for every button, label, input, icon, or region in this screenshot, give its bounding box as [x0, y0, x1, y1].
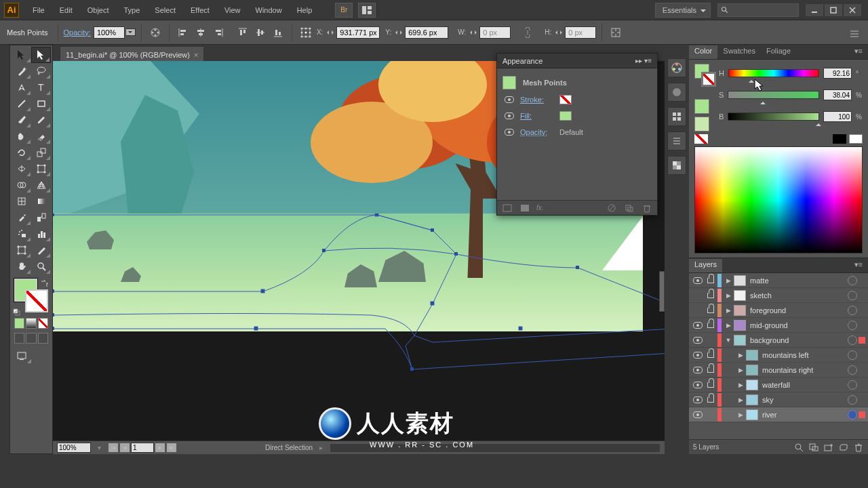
appearance-panel[interactable]: Appearance ▸▸ ▾≡ Mesh Points Stroke: Fil…	[496, 53, 658, 216]
none-color-chip[interactable]	[694, 134, 708, 144]
layer-name-label[interactable]: sketch	[747, 291, 846, 300]
layer-expand-toggle[interactable]: ▶	[724, 292, 732, 299]
layer-name-label[interactable]: foreground	[747, 306, 846, 314]
layer-visibility-toggle[interactable]	[692, 277, 704, 284]
menu-object[interactable]: Object	[81, 3, 116, 17]
layer-name-label[interactable]: mountains right	[760, 366, 846, 374]
zoom-tool[interactable]	[31, 258, 51, 274]
hue-slider[interactable]	[728, 69, 819, 77]
align-right-icon[interactable]	[210, 25, 226, 40]
gradient-tool[interactable]	[31, 193, 51, 209]
window-minimize-button[interactable]	[806, 4, 823, 16]
layer-name-label[interactable]: mid-ground	[747, 321, 846, 329]
paintbrush-tool[interactable]	[12, 112, 31, 128]
type-tool[interactable]: T	[31, 79, 51, 96]
appearance-opacity-link[interactable]: Opacity:	[520, 128, 554, 136]
layer-lock-toggle[interactable]	[705, 293, 716, 298]
eraser-tool[interactable]	[31, 128, 51, 144]
dock-color-guide-icon[interactable]	[667, 58, 686, 77]
layer-expand-toggle[interactable]: ▶	[724, 277, 732, 284]
layer-row[interactable]: ▶mid-ground	[689, 318, 868, 333]
menu-select[interactable]: Select	[148, 3, 182, 17]
document-tab[interactable]: 11_begin.ai* @ 100% (RGB/Preview) ×	[60, 46, 204, 61]
layer-target-icon[interactable]	[848, 321, 857, 330]
make-clipping-mask-icon[interactable]	[808, 443, 819, 452]
color-proxy-2[interactable]	[694, 117, 709, 131]
arrange-documents-icon[interactable]	[358, 3, 376, 18]
rectangle-tool[interactable]	[31, 96, 51, 112]
link-wh-icon[interactable]	[519, 25, 535, 40]
layer-expand-toggle[interactable]: ▶	[736, 352, 745, 359]
layer-expand-toggle[interactable]: ▶	[736, 411, 745, 418]
dock-stroke-icon[interactable]	[667, 131, 686, 150]
artboard-number-input[interactable]	[131, 443, 154, 453]
w-scrubber-icon[interactable]	[469, 25, 478, 40]
free-transform-tool[interactable]	[31, 161, 51, 177]
rotate-tool[interactable]	[12, 144, 31, 161]
clear-appearance-icon[interactable]	[606, 203, 618, 213]
black-chip[interactable]	[833, 134, 846, 144]
layer-target-icon[interactable]	[848, 336, 857, 345]
align-center-v-icon[interactable]	[252, 25, 269, 40]
sat-slider[interactable]	[728, 91, 819, 99]
y-scrubber-icon[interactable]	[394, 25, 403, 40]
color-tab[interactable]: Color	[689, 45, 717, 59]
align-left-icon[interactable]	[175, 25, 191, 40]
hand-tool[interactable]	[12, 258, 31, 274]
layer-lock-toggle[interactable]	[705, 367, 716, 373]
artboard-tool[interactable]	[12, 242, 31, 258]
workspace-dropdown[interactable]: Essentials	[655, 3, 711, 18]
horizontal-scrollbar[interactable]	[330, 443, 660, 453]
align-center-h-icon[interactable]	[193, 25, 209, 40]
layer-row[interactable]: ▶river	[689, 407, 868, 422]
layer-lock-toggle[interactable]	[705, 323, 716, 328]
opacity-link[interactable]: Opacity:	[64, 28, 91, 37]
symbol-sprayer-tool[interactable]	[12, 226, 31, 242]
delete-layer-icon[interactable]	[853, 443, 864, 452]
bri-input[interactable]	[823, 111, 852, 122]
add-effect-icon[interactable]: fx.	[536, 204, 544, 211]
fill-stroke-control[interactable]	[12, 279, 51, 315]
draw-normal-icon[interactable]	[14, 333, 24, 344]
first-artboard-button[interactable]: |◂	[108, 443, 119, 453]
appearance-stroke-swatch[interactable]	[559, 95, 572, 104]
eyedropper-tool[interactable]	[12, 209, 31, 226]
layer-name-label[interactable]: waterfall	[760, 381, 846, 389]
appearance-panel-menu-icon[interactable]: ▸▸ ▾≡	[635, 57, 652, 64]
layer-visibility-toggle[interactable]	[692, 396, 704, 403]
sat-input[interactable]	[823, 89, 852, 100]
layer-row[interactable]: ▼background	[689, 333, 868, 348]
layer-expand-toggle[interactable]: ▼	[724, 337, 732, 344]
draw-behind-icon[interactable]	[26, 333, 36, 344]
layer-lock-toggle[interactable]	[705, 308, 716, 313]
pen-tool[interactable]	[12, 79, 31, 96]
layer-target-icon[interactable]	[848, 306, 857, 315]
stroke-visibility-icon[interactable]	[504, 96, 515, 103]
next-artboard-button[interactable]: ▸	[155, 443, 165, 453]
menu-edit[interactable]: Edit	[53, 3, 79, 17]
column-graph-tool[interactable]	[31, 226, 51, 242]
appearance-fill-link[interactable]: Fill:	[520, 112, 554, 120]
options-menu-icon[interactable]	[846, 26, 863, 41]
layer-target-icon[interactable]	[848, 350, 857, 360]
swatches-tab[interactable]: Swatches	[717, 45, 761, 59]
layer-expand-toggle[interactable]: ▶	[736, 382, 745, 388]
layer-visibility-toggle[interactable]	[692, 337, 704, 344]
menu-help[interactable]: Help	[290, 3, 319, 17]
menu-view[interactable]: View	[218, 3, 248, 17]
width-tool[interactable]	[12, 161, 31, 177]
appearance-fill-swatch[interactable]	[559, 111, 572, 121]
layer-expand-toggle[interactable]: ▶	[736, 396, 745, 403]
layer-expand-toggle[interactable]: ▶	[724, 307, 732, 314]
layer-target-icon[interactable]	[848, 276, 857, 285]
duplicate-item-icon[interactable]	[623, 203, 635, 213]
color-spectrum[interactable]	[694, 146, 863, 253]
color-mode-chip[interactable]	[14, 318, 24, 329]
layer-visibility-toggle[interactable]	[692, 411, 704, 418]
blend-tool[interactable]	[31, 209, 51, 226]
default-fill-stroke-icon[interactable]	[13, 308, 21, 317]
menu-effect[interactable]: Effect	[184, 3, 216, 17]
window-close-button[interactable]	[844, 4, 861, 16]
layer-lock-toggle[interactable]	[705, 397, 716, 403]
dock-transparency-icon[interactable]	[667, 156, 686, 175]
